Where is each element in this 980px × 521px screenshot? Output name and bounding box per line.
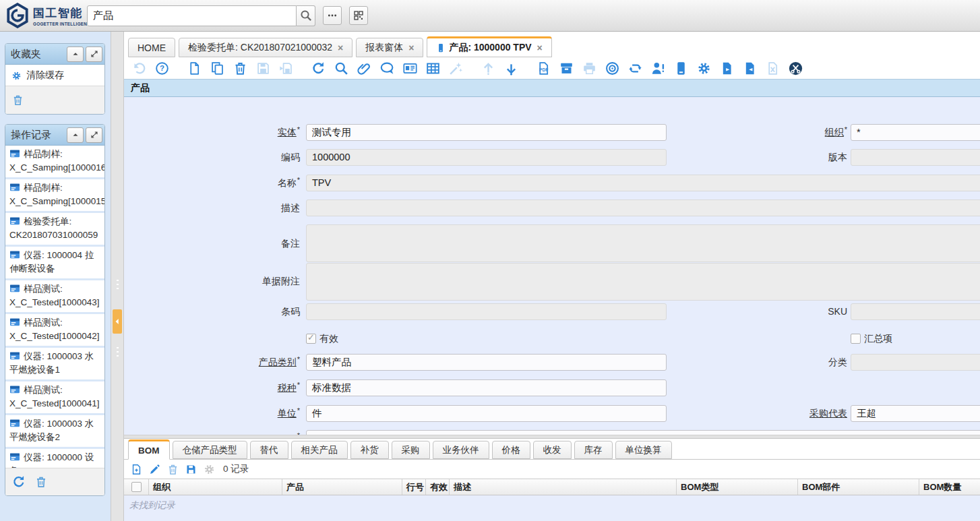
refresh-icon[interactable] [12, 475, 26, 489]
history-item[interactable]: 样品测试: X_C_Tested[1000041] [5, 381, 104, 415]
detail-tab[interactable]: 单位换算 [615, 441, 672, 459]
unit-label[interactable]: 单位* [124, 405, 300, 422]
server-icon[interactable] [674, 61, 688, 75]
tab-close-icon[interactable]: × [338, 42, 343, 53]
history-item[interactable]: 仪器: 1000004 拉伸断裂设备 [5, 247, 104, 280]
detail-tab[interactable]: 业务伙伴 [433, 441, 489, 459]
trash-icon[interactable] [35, 476, 47, 488]
header-cell[interactable]: 有效 [426, 479, 450, 495]
refresh-icon[interactable] [311, 61, 326, 75]
select-all-checkbox[interactable] [131, 482, 142, 492]
valid-checkbox[interactable] [306, 334, 316, 344]
history-item[interactable]: 样品测试: X_C_Tested[1000043] [5, 280, 104, 314]
detail-tab[interactable]: 库存 [574, 441, 613, 459]
detail-tab[interactable]: 补货 [350, 441, 389, 459]
trash-icon[interactable] [12, 94, 24, 106]
qr-button[interactable] [349, 6, 368, 25]
header-cell[interactable]: BOM部件 [798, 479, 919, 495]
header-cell[interactable]: BOM数量 [919, 479, 980, 495]
detail-tab[interactable]: 仓储产品类型 [173, 441, 247, 459]
archive-box-icon[interactable] [559, 61, 574, 75]
new-doc-icon[interactable] [187, 61, 202, 75]
tab-close-icon[interactable]: × [408, 42, 414, 53]
detail-tab[interactable]: 相关产品 [291, 441, 348, 459]
sidebar-splitter[interactable] [111, 32, 124, 521]
app-window: 国工智能 GOGETTER INTELLIGENCE 收藏夹 清除缓存 [0, 0, 980, 521]
org-input[interactable]: * [851, 124, 980, 141]
category-input[interactable]: 塑料产品 [306, 354, 667, 371]
purchase-rep-label[interactable]: 采购代表 [672, 405, 847, 422]
detail-tab[interactable]: 价格 [492, 441, 530, 459]
scissors-circle-icon[interactable] [789, 61, 803, 75]
history-item[interactable]: 仪器: 1000003 水平燃烧设备2 [5, 415, 104, 449]
window-icon [9, 148, 20, 159]
header-cell[interactable]: BOM类型 [677, 479, 798, 495]
tab[interactable]: 报表窗体× [356, 38, 423, 57]
tab[interactable]: HOME [128, 38, 175, 57]
unit-input[interactable]: 件 [306, 405, 667, 422]
purchase-rep-input[interactable]: 王超 [851, 405, 980, 422]
tab[interactable]: 检验委托单: CK201807021000032× [179, 38, 353, 57]
target-icon[interactable] [605, 61, 619, 75]
company-logo-icon [5, 3, 30, 28]
history-item[interactable]: 检验委托单: CK201807031000059 [5, 213, 104, 247]
entity-input[interactable]: 测试专用 [306, 124, 667, 141]
favorites-collapse-button[interactable] [67, 47, 84, 62]
qr-icon [353, 10, 364, 21]
id-card-icon[interactable] [403, 61, 417, 75]
org-label[interactable]: 组织* [672, 124, 847, 141]
history-expand-button[interactable] [86, 127, 102, 143]
detail-tab[interactable]: 收发 [533, 441, 572, 459]
table-icon[interactable] [426, 61, 440, 75]
header-cell[interactable]: 描述 [450, 479, 677, 495]
copy-icon[interactable] [210, 61, 224, 75]
expand-arrows-icon [90, 131, 98, 139]
person-alert-icon[interactable] [651, 61, 665, 75]
mobile-icon [436, 43, 446, 53]
history-item[interactable]: 样品制样: X_C_Samping[1000015 [5, 179, 104, 213]
svg-text:?: ? [160, 64, 164, 72]
header-cell-checkbox[interactable] [124, 479, 149, 495]
help-icon[interactable]: ? [155, 61, 169, 75]
favorites-expand-button[interactable] [86, 47, 102, 62]
swap-icon[interactable] [628, 61, 642, 75]
tax-label[interactable]: 税种* [124, 379, 300, 396]
detail-tab[interactable]: 采购 [392, 441, 430, 459]
trash-icon[interactable] [167, 464, 179, 475]
category-label[interactable]: 产品类别* [124, 354, 300, 371]
header-cell[interactable]: 组织 [149, 479, 282, 495]
tab-close-icon[interactable]: × [537, 42, 543, 53]
file-plus-icon[interactable] [131, 464, 142, 475]
paperclip-icon[interactable] [357, 61, 371, 75]
gear-icon[interactable] [697, 61, 711, 75]
barcode-input [306, 303, 667, 320]
sidebar-collapse-handle[interactable] [113, 309, 122, 334]
form-row: 单位* 件 采购代表 王超 [124, 405, 980, 422]
partial-field-input[interactable] [306, 430, 980, 435]
more-button[interactable] [323, 6, 342, 25]
floppy-icon[interactable] [185, 464, 197, 475]
search-icon[interactable] [334, 61, 348, 75]
history-collapse-button[interactable] [67, 127, 84, 143]
search-button[interactable] [297, 5, 315, 26]
summary-checkbox[interactable] [851, 334, 861, 344]
global-search-input[interactable] [87, 5, 297, 26]
file-import-icon[interactable] [743, 61, 757, 75]
tab[interactable]: 产品: 1000000 TPV× [427, 36, 551, 57]
tax-input[interactable]: 标准数据 [306, 379, 667, 396]
favorites-item[interactable]: 清除缓存 [5, 65, 104, 86]
history-item[interactable]: 仪器: 1000003 水平燃烧设备1 [5, 348, 104, 381]
history-item[interactable]: 样品制样: X_C_Samping[1000016 [5, 146, 104, 179]
header-cell[interactable]: 行号 [402, 479, 426, 495]
arrow-down-icon[interactable] [504, 61, 518, 75]
detail-tab[interactable]: BOM [128, 439, 170, 460]
header-cell[interactable]: 产品 [282, 479, 402, 495]
chat-icon[interactable] [380, 61, 394, 75]
history-item[interactable]: 样品测试: X_C_Tested[1000042] [5, 314, 104, 348]
detail-tab[interactable]: 替代 [250, 441, 288, 459]
file-export-icon[interactable] [720, 61, 734, 75]
pencil-icon[interactable] [149, 464, 160, 475]
pdf-file-icon[interactable]: PDF [537, 61, 551, 75]
entity-label[interactable]: 实体* [124, 124, 300, 141]
trash-icon[interactable] [233, 61, 247, 75]
